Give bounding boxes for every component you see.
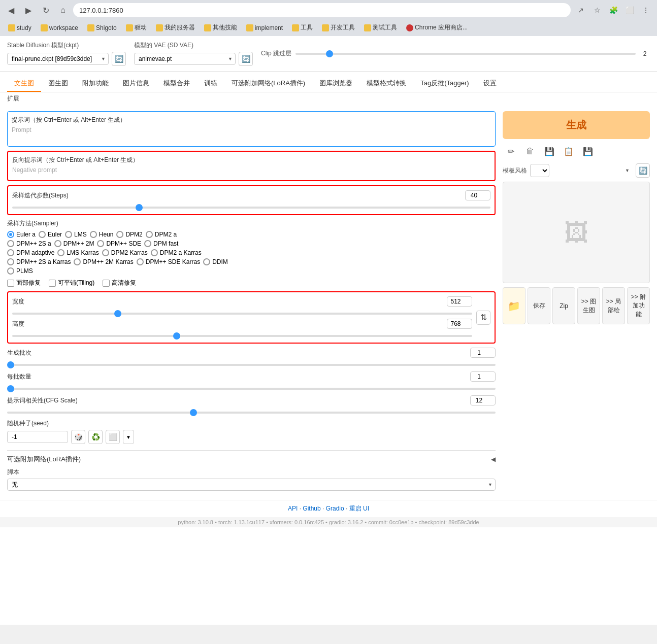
script-select[interactable]: 无 xyxy=(7,479,496,491)
steps-value[interactable] xyxy=(465,190,490,200)
height-slider[interactable] xyxy=(12,335,472,337)
sampler-lms[interactable]: LMS xyxy=(65,231,87,238)
batch-count-slider[interactable] xyxy=(7,364,496,366)
width-slider[interactable] xyxy=(12,313,472,315)
tab-lora[interactable]: 可选附加网络(LoRA插件) xyxy=(224,76,312,92)
seed-extra-btn[interactable]: ⬜ xyxy=(106,430,120,444)
face-restore-checkbox[interactable]: 面部修复 xyxy=(7,279,41,287)
tab-pnginfo[interactable]: 图片信息 xyxy=(116,76,156,92)
bookmark-devtools[interactable]: 开发工具 xyxy=(318,22,359,33)
bookmark-driver[interactable]: 驱动 xyxy=(122,22,151,33)
size-swap-btn[interactable]: ⇅ xyxy=(476,311,490,325)
template-refresh-btn[interactable]: 🔄 xyxy=(636,163,650,178)
back-btn[interactable]: ◀ xyxy=(4,3,18,17)
seed-dropdown-btn[interactable]: ▼ xyxy=(123,430,134,444)
seed-dice-btn[interactable]: 🎲 xyxy=(71,430,85,444)
tab-browser[interactable]: 图库浏览器 xyxy=(312,76,359,92)
seed-input[interactable] xyxy=(7,431,68,443)
tab-settings[interactable]: 设置 xyxy=(476,76,504,92)
img2img-btn[interactable]: >> 图生图 xyxy=(577,287,600,324)
share-btn[interactable]: ↗ xyxy=(574,3,588,17)
tab-img2img[interactable]: 图生图 xyxy=(41,76,75,92)
tab-merge[interactable]: 模型合并 xyxy=(156,76,197,92)
clip-slider[interactable] xyxy=(295,53,636,55)
forward-btn[interactable]: ▶ xyxy=(21,3,36,17)
negative-prompt-box[interactable]: 反向提示词（按 Ctrl+Enter 或 Alt+Enter 生成） Negat… xyxy=(7,151,496,181)
tiling-checkbox[interactable]: 可平铺(Tiling) xyxy=(49,279,94,287)
prompt-box[interactable]: 提示词（按 Ctrl+Enter 或 Alt+Enter 生成） Prompt xyxy=(7,111,496,147)
bookmark-workspace[interactable]: workspace xyxy=(37,23,82,32)
sampler-dpmpp2m[interactable]: DPM++ 2M xyxy=(54,240,94,247)
sampler-dpmpp2mkarras[interactable]: DPM++ 2M Karras xyxy=(74,258,133,265)
bookmark-tools[interactable]: 工具 xyxy=(288,22,317,33)
footer-gradio-link[interactable]: Gradio xyxy=(326,505,344,512)
extras-btn[interactable]: >> 附加功能 xyxy=(627,287,650,324)
window-btn[interactable]: ⬜ xyxy=(622,3,637,17)
bookmark-server[interactable]: 我的服务器 xyxy=(152,22,199,33)
sampler-euler[interactable]: Euler xyxy=(39,231,62,238)
sd-model-select[interactable]: final-prune.ckpt [89d59c3dde] xyxy=(7,53,109,65)
cfg-scale-slider[interactable] xyxy=(7,412,496,414)
batch-size-value[interactable] xyxy=(470,371,496,382)
bookmark-testtools[interactable]: 测试工具 xyxy=(360,22,401,33)
sampler-dpmpp2sa[interactable]: DPM++ 2S a xyxy=(7,240,51,247)
pen-btn[interactable]: ✏ xyxy=(503,143,519,159)
sampler-euler-a[interactable]: Euler a xyxy=(7,231,36,238)
bookmark-skills[interactable]: 其他技能 xyxy=(200,22,241,33)
inpaint-btn[interactable]: >> 局部绘 xyxy=(602,287,625,324)
sampler-dpm2a[interactable]: DPM2 a xyxy=(146,231,177,238)
hires-checkbox[interactable]: 高清修复 xyxy=(103,279,136,287)
bookmark-shigoto[interactable]: Shigoto xyxy=(83,23,121,32)
vae-refresh-btn[interactable]: 🔄 xyxy=(239,52,253,66)
footer-github-link[interactable]: Github xyxy=(303,505,320,512)
tab-txt2img[interactable]: 文生图 xyxy=(7,76,41,92)
sampler-dpm2karras[interactable]: DPM2 Karras xyxy=(102,249,148,256)
bookmark-chrome-store[interactable]: Chrome 应用商店... xyxy=(402,22,472,33)
expand-row[interactable]: 扩展 xyxy=(0,92,657,106)
height-value[interactable] xyxy=(447,319,472,329)
batch-size-slider[interactable] xyxy=(7,388,496,390)
vae-model-select[interactable]: animevae.pt xyxy=(134,53,236,65)
sampler-ddim[interactable]: DDIM xyxy=(203,258,228,265)
sampler-dpmadaptive[interactable]: DPM adaptive xyxy=(7,249,54,256)
batch-count-value[interactable] xyxy=(470,348,496,358)
width-value[interactable] xyxy=(447,296,472,307)
sampler-dpmfast[interactable]: DPM fast xyxy=(144,240,178,247)
sampler-dpm2akarras[interactable]: DPM2 a Karras xyxy=(151,249,202,256)
footer-restart-link[interactable]: 重启 UI xyxy=(349,505,369,512)
bookmark-implement[interactable]: implement xyxy=(242,23,287,32)
save-btn[interactable]: 保存 xyxy=(528,287,550,324)
extension-btn[interactable]: 🧩 xyxy=(606,3,620,17)
sampler-dppmsde[interactable]: DPM++ SDE xyxy=(97,240,141,247)
cfg-scale-value[interactable] xyxy=(470,395,496,405)
footer-api-link[interactable]: API xyxy=(288,505,298,512)
clipboard-btn[interactable]: 📋 xyxy=(561,143,577,159)
floppy-btn[interactable]: 💾 xyxy=(541,143,557,159)
lora-header[interactable]: 可选附加网络(LoRA插件) ◀ xyxy=(7,455,496,464)
address-bar[interactable] xyxy=(73,3,571,17)
star-btn[interactable]: ☆ xyxy=(590,3,604,17)
tab-extras[interactable]: 附加功能 xyxy=(75,76,116,92)
sampler-dpmpp2sakarras[interactable]: DPM++ 2S a Karras xyxy=(7,258,71,265)
sampler-plms[interactable]: PLMS xyxy=(7,267,33,275)
sampler-heun[interactable]: Heun xyxy=(90,231,114,238)
seed-recycle-btn[interactable]: ♻️ xyxy=(88,430,103,444)
zip-btn[interactable]: Zip xyxy=(552,287,575,324)
menu-btn[interactable]: ⋮ xyxy=(639,3,653,17)
template-select[interactable] xyxy=(530,164,549,177)
home-btn[interactable]: ⌂ xyxy=(56,3,70,17)
sd-refresh-btn[interactable]: 🔄 xyxy=(112,52,126,66)
sampler-lmskarras[interactable]: LMS Karras xyxy=(57,249,98,256)
tab-tagger[interactable]: Tag反推(Tagger) xyxy=(413,76,476,92)
trash-btn[interactable]: 🗑 xyxy=(522,143,538,159)
sampler-dpmppsdkarras[interactable]: DPM++ SDE Karras xyxy=(137,258,200,265)
tab-convert[interactable]: 模型格式转换 xyxy=(359,76,413,92)
reload-btn[interactable]: ↻ xyxy=(39,3,53,17)
folder-btn[interactable]: 📁 xyxy=(503,287,525,324)
save-disk-btn[interactable]: 💾 xyxy=(580,143,596,159)
generate-btn[interactable]: 生成 xyxy=(503,111,650,139)
bookmark-study[interactable]: study xyxy=(4,23,36,32)
sampler-dpm2[interactable]: DPM2 xyxy=(116,231,142,238)
tab-train[interactable]: 训练 xyxy=(197,76,224,92)
steps-slider[interactable] xyxy=(12,207,490,209)
